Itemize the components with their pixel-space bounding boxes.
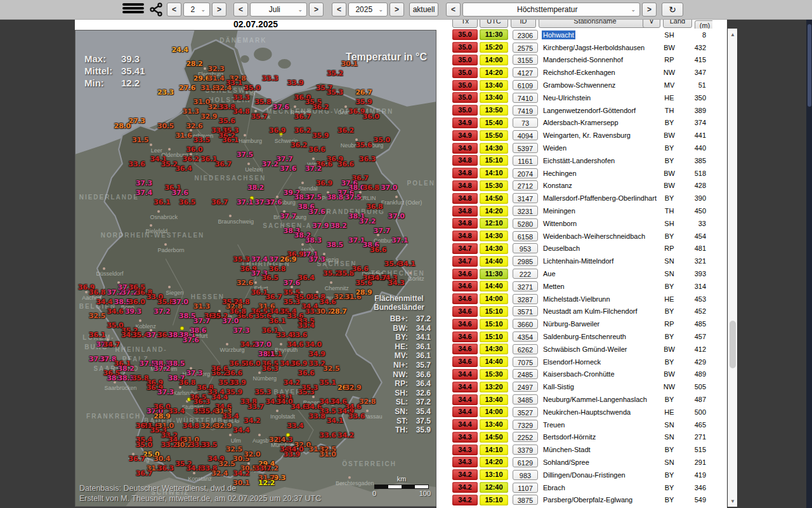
station-id-button[interactable]: 2497 xyxy=(513,382,538,392)
station-name[interactable]: Saldenburg-Entschenreuth xyxy=(542,332,627,341)
table-row[interactable]: 34.915:4073Aldersbach-KramerseppBY374 xyxy=(452,117,712,130)
table-row[interactable]: 34.814:306158Weidenbach-Weiherschneidbac… xyxy=(452,230,712,243)
station-name[interactable]: Kaisersbach-Cronhütte xyxy=(542,370,616,378)
header-sort-button[interactable]: ∨ xyxy=(643,19,660,28)
station-name[interactable]: Metten xyxy=(542,282,566,291)
day-prev-button[interactable]: < xyxy=(167,3,181,17)
header-id[interactable]: ID xyxy=(511,19,536,28)
station-id-button[interactable]: 3875 xyxy=(513,495,538,505)
station-name[interactable]: Langenwetzendorf-Göttendorf xyxy=(542,106,637,115)
share-icon[interactable] xyxy=(148,1,164,18)
station-name[interactable]: Ebrach xyxy=(542,483,566,492)
station-name[interactable]: Lichtenhain-Mittelndorf xyxy=(542,257,615,265)
station-name[interactable]: Eichstätt-Landershofen xyxy=(542,156,616,165)
station-id-button[interactable]: 2485 xyxy=(513,369,538,379)
table-row[interactable]: 35.011:302306HohwachtSH8 xyxy=(452,29,712,41)
station-id-button[interactable]: 5280 xyxy=(513,218,538,229)
station-id-button[interactable]: 3147 xyxy=(513,193,538,203)
table-row[interactable]: 34.814:503147Mallersdorf-Pfaffenberg-Obe… xyxy=(452,192,712,204)
station-id-button[interactable]: 3571 xyxy=(513,306,538,316)
station-id-button[interactable]: 6158 xyxy=(513,231,538,241)
station-name[interactable]: Bertsdorf-Hörnitz xyxy=(542,432,597,441)
station-id-button[interactable]: 4094 xyxy=(513,130,538,140)
station-name[interactable]: Wittenborn xyxy=(542,219,578,228)
station-id-button[interactable]: 73 xyxy=(513,117,538,128)
table-row[interactable]: 34.914:305397WeidenBY440 xyxy=(452,142,712,154)
header-tx[interactable]: Tx xyxy=(452,19,478,28)
station-id-button[interactable]: 1161 xyxy=(513,156,538,166)
station-name[interactable]: Weingarten, Kr. Ravensburg xyxy=(542,131,632,140)
year-next-button[interactable]: > xyxy=(390,3,404,17)
table-row[interactable]: 35.015:202575Kirchberg/Jagst-Herboldshau… xyxy=(452,41,712,54)
station-name[interactable]: Konstanz xyxy=(542,181,573,190)
station-name[interactable]: Schwäbisch Gmünd-Weiler xyxy=(542,345,628,354)
station-id-button[interactable]: 3231 xyxy=(513,206,538,216)
refresh-button[interactable]: ↻ xyxy=(662,3,683,17)
temperature-map[interactable]: Max:39.3 Mittel:35.41 Min:12.2 Temperatu… xyxy=(75,30,436,507)
parameter-prev-button[interactable]: < xyxy=(446,3,461,17)
station-name[interactable]: Weiden xyxy=(542,144,568,152)
station-id-button[interactable]: 3271 xyxy=(513,281,538,291)
station-name[interactable]: Reichshof-Eckenhagen xyxy=(542,68,617,77)
station-name[interactable]: Kirchberg/Jagst-Herboldshausen xyxy=(542,43,646,52)
window-scroll-thumb[interactable] xyxy=(808,24,811,107)
table-row[interactable]: 34.314:103379München-StadtBY515 xyxy=(452,443,712,456)
station-id-button[interactable]: 2575 xyxy=(513,43,538,53)
station-name[interactable]: München-Stadt xyxy=(542,445,592,454)
station-id-button[interactable]: 7419 xyxy=(513,105,538,116)
station-id-button[interactable]: 4127 xyxy=(513,67,538,77)
month-prev-button[interactable]: < xyxy=(233,3,248,17)
table-row[interactable]: 34.714:402985Lichtenhain-MittelndorfSN32… xyxy=(452,255,712,267)
station-name[interactable]: Meiningen xyxy=(542,206,577,215)
table-row[interactable]: 34.814:102074HechingenBW518 xyxy=(452,167,712,180)
table-row[interactable]: 35.013:507419Langenwetzendorf-Göttendorf… xyxy=(452,104,712,117)
table-row[interactable]: 35.013:407410Neu-UlrichsteinHE350 xyxy=(452,91,712,104)
station-name[interactable]: Parsberg/Oberpfalz-Eglwang xyxy=(542,495,634,504)
station-id-button[interactable]: 2712 xyxy=(513,180,538,190)
station-id-button[interactable]: 6109 xyxy=(513,80,538,90)
table-row[interactable]: 35.014:204127Reichshof-EckenhagenNW347 xyxy=(452,66,712,79)
station-name[interactable]: Hechingen xyxy=(542,169,578,178)
station-name[interactable]: Nürburg-Barweiler xyxy=(542,319,601,328)
station-id-button[interactable]: 3287 xyxy=(513,294,538,304)
station-name[interactable]: Neu-Ulrichstein xyxy=(542,93,592,102)
station-id-button[interactable]: 3660 xyxy=(513,319,538,329)
scroll-down-arrow[interactable]: ▼ xyxy=(728,497,737,505)
table-row[interactable]: 34.413:403485Neuburg/Kammel-Langenhaslac… xyxy=(452,393,712,406)
station-name[interactable]: Deuselbach xyxy=(542,244,581,253)
station-id-button[interactable]: 7075 xyxy=(513,357,538,367)
table-row[interactable]: 34.714:30953DeuselbachRP481 xyxy=(452,243,712,255)
station-id-button[interactable]: 2985 xyxy=(513,256,538,266)
station-id-button[interactable]: 6262 xyxy=(513,344,538,354)
month-select[interactable]: Juli⌄ xyxy=(250,3,307,17)
table-row[interactable]: 34.815:101161Eichstätt-LandershofenBY385 xyxy=(452,154,712,167)
station-id-button[interactable]: 2074 xyxy=(513,168,538,178)
table-row[interactable]: 34.615:103660Nürburg-BarweilerRP485 xyxy=(452,318,712,330)
year-select[interactable]: 2025⌄ xyxy=(348,3,388,17)
station-name[interactable]: Aue xyxy=(542,269,557,278)
day-next-button[interactable]: > xyxy=(212,3,226,17)
year-prev-button[interactable]: < xyxy=(332,3,346,17)
station-name[interactable]: Weidenbach-Weiherschneidbach xyxy=(542,232,646,241)
station-name[interactable]: Kall-Sistig xyxy=(542,382,575,391)
scroll-up-arrow[interactable]: ▲ xyxy=(728,30,737,39)
header-stationsname[interactable]: Stationsname xyxy=(539,19,652,28)
table-row[interactable]: 34.212:401107EbrachBY346 xyxy=(452,481,712,494)
station-id-button[interactable]: 222 xyxy=(513,269,538,279)
station-name[interactable]: Mallersdorf-Pfaffenberg-Oberlindhart xyxy=(542,194,658,203)
table-row[interactable]: 34.812:105280WittenbornSH33 xyxy=(452,217,712,230)
aktuell-button[interactable]: aktuell xyxy=(409,3,438,17)
table-row[interactable]: 34.615:104354Saldenburg-EntschenreuthBY4… xyxy=(452,330,712,343)
station-name[interactable]: Manderscheid-Sonnenhof xyxy=(542,55,624,64)
station-id-button[interactable]: 6129 xyxy=(513,457,538,467)
table-row[interactable]: 34.614:407075Elsendorf-HorneckBY429 xyxy=(452,356,712,368)
station-id-button[interactable]: 7410 xyxy=(513,93,538,103)
station-id-button[interactable]: 983 xyxy=(513,470,538,480)
station-id-button[interactable]: 7329 xyxy=(513,420,538,430)
station-name[interactable]: Elsendorf-Horneck xyxy=(542,358,602,366)
station-id-button[interactable]: 3527 xyxy=(513,407,538,417)
station-name[interactable]: Dillingen/Donau-Fristingen xyxy=(542,471,627,479)
station-id-button[interactable]: 1107 xyxy=(513,483,538,493)
parameter-next-button[interactable]: > xyxy=(642,3,657,17)
table-row[interactable]: 34.615:103571Neustadt am Kulm-Filchendor… xyxy=(452,305,712,318)
